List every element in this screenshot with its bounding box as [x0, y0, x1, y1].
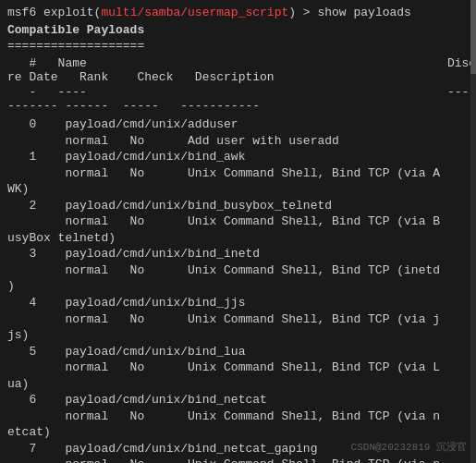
watermark: CSDN@20232819 沉浸官 — [351, 440, 467, 454]
prompt-line: msf6 exploit(multi/samba/usermap_script)… — [7, 6, 469, 19]
list-item: 0 payload/cmd/unix/adduser — [7, 116, 469, 133]
scrollbar[interactable] — [470, 0, 476, 463]
list-item: 5 payload/cmd/unix/bind_lua — [7, 344, 469, 360]
prompt-suffix: ) > show payloads — [288, 6, 411, 19]
list-item: normal No Unix Command Shell, Bind TCP (… — [7, 262, 469, 295]
list-item: normal No Add user with useradd — [7, 133, 469, 150]
list-item: 1 payload/cmd/unix/bind_awk — [7, 149, 469, 165]
list-item: 6 payload/cmd/unix/bind_netcat — [7, 392, 469, 408]
prompt-module: multi/samba/usermap_script — [101, 6, 288, 19]
list-item: normal No Unix Command Shell, Bind TCP (… — [7, 457, 469, 463]
scrollbar-thumb[interactable] — [470, 0, 476, 74]
list-item: 2 payload/cmd/unix/bind_busybox_telnetd — [7, 198, 469, 214]
prompt-prefix: msf6 exploit( — [7, 6, 101, 19]
list-item: normal No Unix Command Shell, Bind TCP (… — [7, 408, 469, 441]
section-title: Compatible Payloads — [7, 23, 469, 37]
list-item: normal No Unix Command Shell, Bind TCP (… — [7, 165, 469, 198]
list-item: 3 payload/cmd/unix/bind_inetd — [7, 246, 469, 262]
list-item: normal No Unix Command Shell, Bind TCP (… — [7, 359, 469, 392]
list-item: 4 payload/cmd/unix/bind_jjs — [7, 295, 469, 311]
terminal-window: msf6 exploit(multi/samba/usermap_script)… — [0, 0, 476, 463]
divider: =================== — [7, 39, 469, 53]
column-header: # Name Disclosure Date Rank Check Descri… — [7, 56, 469, 84]
list-item: normal No Unix Command Shell, Bind TCP (… — [7, 311, 469, 344]
column-underline: - ---- --------------- ------ ----- ----… — [7, 85, 469, 113]
list-item: normal No Unix Command Shell, Bind TCP (… — [7, 213, 469, 246]
